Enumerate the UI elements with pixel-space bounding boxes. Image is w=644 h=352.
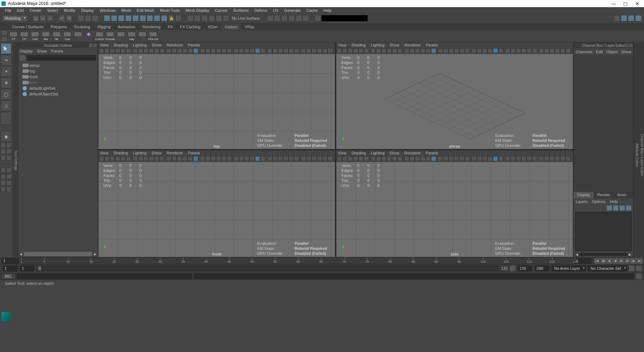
viewport-tool-14[interactable] [415,156,420,161]
outliner-menu-show[interactable]: Show [37,49,47,53]
select-component-icon[interactable] [92,15,98,21]
viewport-tool-23[interactable] [465,156,470,161]
viewport-tool-32[interactable] [278,48,283,53]
viewport-tool-11[interactable] [160,48,165,53]
viewport-tool-9[interactable] [387,48,392,53]
sidebar-toggle-3-icon[interactable] [628,15,634,21]
cb-close-icon[interactable] [629,44,633,47]
mask-1-icon[interactable] [104,15,110,21]
shelf-tab-custom[interactable]: custom [221,24,241,30]
viewport-menu-show[interactable]: Show [390,151,400,155]
layout-i[interactable] [1,174,6,179]
cb-menu-channels[interactable]: Channels [576,50,592,54]
viewport-tool-19[interactable] [443,156,448,161]
layout-single[interactable]: ▣ [1,131,11,142]
viewport-tool-32[interactable] [516,156,521,161]
layout-f[interactable] [6,155,11,160]
shelf-tab-fx-caching[interactable]: FX Caching [176,24,204,30]
viewport-tool-31[interactable] [273,156,278,161]
layer-menu-options[interactable]: Options [592,199,605,204]
step-fwd-icon[interactable]: ► [625,258,630,264]
channel-box-body[interactable] [574,55,633,192]
viewport-tool-25[interactable] [477,156,482,161]
go-end-icon[interactable]: ►| [637,258,643,264]
shelf-menu-icon[interactable] [1,30,7,36]
undo-icon[interactable]: ↶ [59,15,65,21]
outliner-close-icon[interactable] [93,44,97,47]
viewport-tool-10[interactable] [154,48,159,53]
viewport-tool-25[interactable] [239,48,244,53]
viewport-tool-22[interactable] [221,156,226,161]
viewport-tool-5[interactable] [126,156,131,161]
autokey-icon[interactable] [629,265,635,272]
viewport-tool-41[interactable] [328,48,333,53]
select-object-icon[interactable] [85,15,91,21]
viewport-tool-24[interactable] [234,48,239,53]
viewport-menu-shading[interactable]: Shading [351,151,366,155]
shelf-button-FT[interactable]: FT [9,32,19,41]
menu-edit-mesh[interactable]: Edit Mesh [134,8,157,13]
viewport-tool-8[interactable] [381,156,386,161]
menu-mesh[interactable]: Mesh [118,8,134,13]
viewport-tool-39[interactable] [555,48,560,53]
minimize-button[interactable]: — [608,1,619,6]
viewport-tool-16[interactable] [188,48,193,53]
viewport-tool-27[interactable] [250,156,255,161]
viewport-tool-8[interactable] [143,48,148,53]
viewport-tool-12[interactable] [166,48,171,53]
viewport-tool-13[interactable] [410,48,415,53]
viewport-menu-view[interactable]: View [100,151,108,155]
shelf-button-Dockab[interactable]: Dockab [105,32,115,41]
layout-a[interactable] [1,143,6,148]
viewport-tool-26[interactable] [482,48,487,53]
menu-help[interactable]: Help [321,8,335,13]
viewport-tool-11[interactable] [397,156,402,161]
viewport-tool-12[interactable] [166,156,171,161]
scale-tool[interactable]: ◻ [1,100,11,111]
viewport-tool-38[interactable] [312,156,317,161]
viewport-tool-26[interactable] [244,156,249,161]
viewport-tool-38[interactable] [312,48,317,53]
viewport-tool-31[interactable] [511,156,516,161]
make-live-icon[interactable] [223,15,229,21]
viewport-tool-29[interactable] [498,48,503,53]
viewport-tool-16[interactable] [426,48,431,53]
mask-7-icon[interactable] [147,15,153,21]
viewport-tool-2[interactable] [348,48,353,53]
viewport-tool-7[interactable] [376,156,381,161]
viewport-tool-40[interactable] [560,156,565,161]
mask-4-icon[interactable] [125,15,132,21]
viewport-tool-25[interactable] [477,48,482,53]
layout-n[interactable] [6,187,11,192]
viewport-tool-37[interactable] [306,48,311,53]
viewport-tool-25[interactable] [239,156,244,161]
viewport-tool-24[interactable] [472,48,477,53]
viewport-tool-32[interactable] [278,156,283,161]
viewport-tool-15[interactable] [182,156,187,161]
layout-h[interactable] [6,168,11,173]
render-view-icon[interactable] [296,15,302,21]
viewport-menu-view[interactable]: View [338,43,346,47]
viewport-menu-lighting[interactable]: Lighting [371,151,385,155]
hypershade-icon[interactable] [303,15,309,21]
snap-curve-icon[interactable] [194,15,201,21]
viewport-tool-24[interactable] [234,156,239,161]
viewport-tool-21[interactable] [454,48,459,53]
command-input[interactable] [17,273,192,279]
viewport-tool-10[interactable] [392,48,397,53]
mask-5-icon[interactable] [132,15,139,21]
outliner-menu-display[interactable]: Display [20,49,33,53]
viewport-tool-40[interactable] [560,48,565,53]
viewport-tool-15[interactable] [420,156,425,161]
play-fwd-icon[interactable]: ► [619,258,624,264]
lock-icon[interactable]: 🔒 [168,15,175,21]
current-time-field[interactable] [1,258,19,264]
menu-mesh-tools[interactable]: Mesh Tools [157,8,182,13]
cb-menu-show[interactable]: Show [621,50,631,54]
viewport-tool-10[interactable] [154,156,159,161]
input-mode-icon[interactable] [314,15,321,21]
time-slider[interactable]: 1510152025303540455055606570758085909510… [0,257,644,264]
ipr-render-icon[interactable] [281,15,288,21]
viewport-menu-lighting[interactable]: Lighting [133,151,147,155]
viewport-tool-30[interactable] [267,156,272,161]
